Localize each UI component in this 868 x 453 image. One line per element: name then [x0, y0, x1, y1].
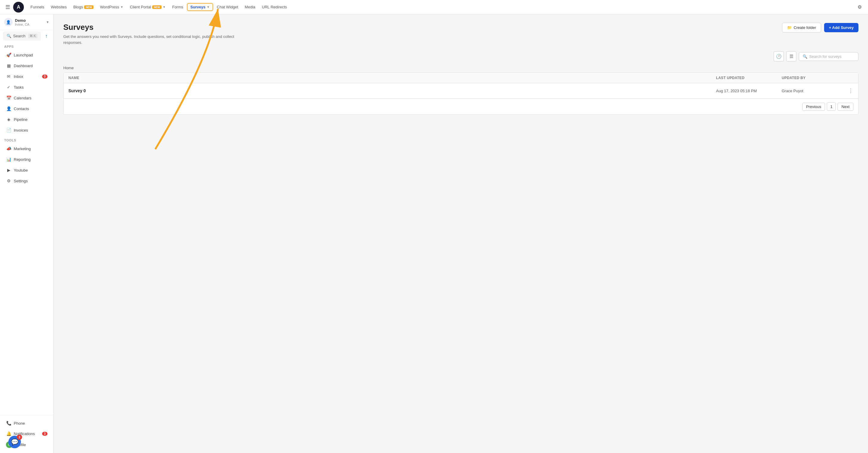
blogs-new-badge: New — [84, 5, 93, 9]
sidebar-invoices-label: Invoices — [14, 128, 48, 132]
nav-media[interactable]: Media — [242, 3, 258, 11]
search-shortcut: ⌘ K — [28, 34, 37, 38]
settings-icon: ⚙ — [6, 178, 11, 184]
sidebar-search[interactable]: 🔍 Search ⌘ K — [3, 31, 41, 41]
previous-button[interactable]: Previous — [802, 103, 825, 111]
upload-button[interactable]: ↑ — [42, 32, 51, 40]
survey-row-actions[interactable]: ⋮ — [841, 88, 854, 94]
more-options-icon[interactable]: ⋮ — [848, 88, 854, 94]
chat-widget-button[interactable]: 💬 3 — [8, 436, 21, 448]
apps-section-label: Apps — [0, 42, 54, 50]
nav-url-redirects[interactable]: URL Redirects — [259, 3, 290, 11]
sidebar: 👤 Demo Irvine, CA ▼ 🔍 Search ⌘ K ↑ Apps … — [0, 14, 54, 453]
youtube-icon: ▶ — [6, 167, 11, 173]
nav-chat-widget[interactable]: Chat Widget — [214, 3, 241, 11]
nav-client-portal[interactable]: Client Portal New ▼ — [127, 3, 169, 11]
sidebar-item-contacts[interactable]: 👤 Contacts — [2, 103, 52, 114]
pipeline-icon: ◈ — [6, 117, 11, 122]
inbox-badge: 0 — [42, 75, 48, 78]
inbox-icon: ✉ — [6, 74, 11, 79]
sidebar-item-inbox[interactable]: ✉ Inbox 0 — [2, 71, 52, 82]
list-view-button[interactable]: ☰ — [786, 51, 796, 62]
sidebar-pipeline-label: Pipeline — [14, 117, 48, 122]
launchpad-icon: 🚀 — [6, 52, 11, 58]
breadcrumb: Home — [63, 64, 859, 71]
sidebar-item-invoices[interactable]: 📄 Invoices — [2, 125, 52, 135]
settings-gear-icon[interactable]: ⚙ — [855, 2, 864, 12]
table-header: Name Last Updated Updated By — [64, 73, 858, 83]
account-chevron-icon: ▼ — [46, 20, 49, 24]
sidebar-item-tasks[interactable]: ✓ Tasks — [2, 82, 52, 92]
nav-surveys[interactable]: Surveys ▼ — [187, 3, 214, 11]
client-portal-chevron-icon: ▼ — [163, 5, 166, 9]
layout: 👤 Demo Irvine, CA ▼ 🔍 Search ⌘ K ↑ Apps … — [0, 14, 868, 453]
chat-icon: 💬 — [11, 439, 19, 446]
client-portal-new-badge: New — [152, 5, 161, 9]
survey-last-updated: Aug 17, 2023 05:18 PM — [716, 89, 782, 93]
sidebar-bottom: 📞 Phone 🔔 Notifications 3 G Profile — [0, 415, 54, 453]
next-button[interactable]: Next — [838, 103, 854, 111]
current-page: 1 — [827, 102, 836, 111]
search-surveys-input[interactable]: 🔍 Search for surveys — [799, 52, 859, 61]
create-folder-button[interactable]: 📁 Create folder — [782, 23, 821, 33]
sidebar-item-settings[interactable]: ⚙ Settings — [2, 176, 52, 186]
wordpress-chevron-icon: ▼ — [120, 5, 123, 9]
sidebar-reporting-label: Reporting — [14, 157, 48, 162]
sidebar-launchpad-label: Launchpad — [14, 53, 48, 57]
top-nav: ☰ A Funnels Websites Blogs New WordPress… — [0, 0, 868, 14]
nav-funnels[interactable]: Funnels — [28, 3, 47, 11]
col-header-updated-by: Updated By — [782, 76, 841, 80]
surveys-chevron-icon: ▼ — [207, 5, 210, 9]
contacts-icon: 👤 — [6, 106, 11, 111]
sidebar-item-dashboard[interactable]: ▦ Dashboard — [2, 61, 52, 71]
sidebar-inbox-label: Inbox — [14, 74, 40, 79]
nav-forms[interactable]: Forms — [169, 3, 186, 11]
hamburger-menu[interactable]: ☰ — [4, 3, 12, 11]
table-row: Survey 0 Aug 17, 2023 05:18 PM Grace Puy… — [64, 83, 858, 98]
page-subtitle: Get the answers you need with Surveys. I… — [63, 34, 248, 45]
sidebar-dashboard-label: Dashboard — [14, 64, 48, 68]
page-header: Surveys Get the answers you need with Su… — [63, 23, 859, 45]
pagination: Previous 1 Next — [64, 98, 858, 114]
sidebar-calendars-label: Calendars — [14, 96, 48, 100]
sidebar-youtube-label: Youtube — [14, 168, 48, 172]
sidebar-item-notifications[interactable]: 🔔 Notifications 3 — [2, 428, 52, 439]
account-location: Irvine, CA — [15, 23, 43, 26]
tools-section-label: Tools — [0, 135, 54, 143]
sidebar-settings-label: Settings — [14, 179, 48, 183]
account-name: Demo — [15, 18, 43, 23]
survey-updated-by: Grace Puyot — [782, 89, 841, 93]
sidebar-item-launchpad[interactable]: 🚀 Launchpad — [2, 50, 52, 60]
page-title: Surveys — [63, 23, 248, 32]
add-survey-button[interactable]: + Add Survey — [824, 23, 859, 32]
nav-wordpress[interactable]: WordPress ▼ — [97, 3, 126, 11]
account-selector[interactable]: 👤 Demo Irvine, CA ▼ — [0, 14, 54, 30]
sidebar-item-youtube[interactable]: ▶ Youtube — [2, 165, 52, 175]
sidebar-phone-label: Phone — [14, 421, 48, 425]
header-actions: 📁 Create folder + Add Survey — [782, 23, 859, 33]
nav-websites[interactable]: Websites — [48, 3, 69, 11]
phone-icon: 📞 — [6, 420, 11, 426]
nav-blogs[interactable]: Blogs New — [70, 3, 96, 11]
sidebar-item-phone[interactable]: 📞 Phone — [2, 418, 52, 428]
col-header-name: Name — [68, 76, 716, 80]
tasks-icon: ✓ — [6, 85, 11, 90]
dashboard-icon: ▦ — [6, 63, 11, 68]
account-icon: 👤 — [4, 18, 12, 26]
sidebar-contacts-label: Contacts — [14, 106, 48, 111]
chat-badge: 3 — [17, 434, 22, 440]
search-label: Search — [13, 34, 26, 38]
sidebar-item-reporting[interactable]: 📊 Reporting — [2, 154, 52, 164]
marketing-icon: 📣 — [6, 146, 11, 151]
nav-items: Funnels Websites Blogs New WordPress ▼ C… — [28, 3, 854, 11]
sidebar-item-marketing[interactable]: 📣 Marketing — [2, 143, 52, 154]
search-icon: 🔍 — [6, 34, 11, 38]
main-content: Surveys Get the answers you need with Su… — [54, 14, 868, 453]
sidebar-item-calendars[interactable]: 📅 Calendars — [2, 93, 52, 103]
search-surveys-icon: 🔍 — [803, 54, 807, 59]
app-logo: A — [13, 2, 24, 12]
sidebar-item-pipeline[interactable]: ◈ Pipeline — [2, 114, 52, 124]
table-controls: 🕐 ☰ 🔍 Search for surveys — [63, 51, 859, 62]
clock-view-button[interactable]: 🕐 — [774, 51, 784, 62]
notifications-icon: 🔔 — [6, 431, 11, 436]
